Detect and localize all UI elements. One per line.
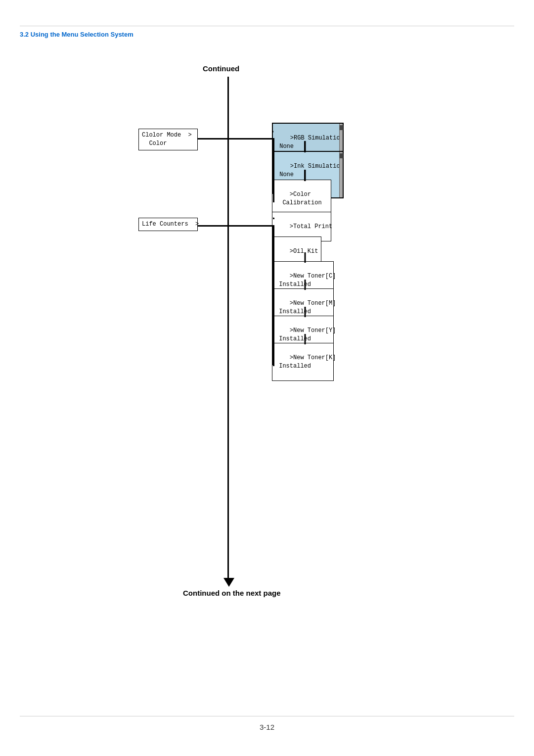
bottom-rule <box>20 716 514 716</box>
page-number: 3-12 <box>260 723 274 731</box>
total-to-oil-connector <box>273 225 274 366</box>
stub-h-total <box>273 218 274 219</box>
color-mode-box: Clolor Mode > Color <box>138 129 198 150</box>
top-rule <box>20 26 514 26</box>
connectors-svg <box>89 64 386 411</box>
ink-to-cal-connector <box>304 170 306 181</box>
rgb-to-ink-connector <box>304 141 306 152</box>
section-label: 3.2 Using the Menu Selection System <box>20 31 134 38</box>
color-mode-h-line <box>198 138 273 140</box>
continued-bottom-label: Continued on the next page <box>183 589 281 597</box>
continued-top-label: Continued <box>203 64 239 73</box>
right-main-vline-color <box>273 138 274 202</box>
diagram-container: Continued Continued on the next page Clo… <box>89 64 435 658</box>
life-counters-box: Life Counters > <box>138 218 198 231</box>
arrow-down-icon <box>223 578 234 587</box>
new-toner-k-box: >New Toner[K] Installed <box>272 343 334 381</box>
main-vertical-line <box>227 77 229 581</box>
life-counters-h-line <box>198 225 273 227</box>
